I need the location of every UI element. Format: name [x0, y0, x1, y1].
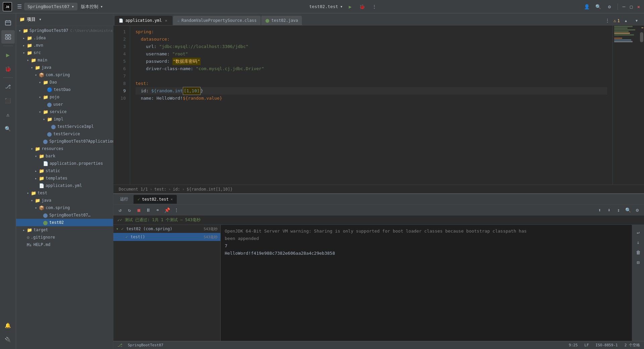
- tree-testserviceimpl[interactable]: ⬤ testServiceImpl: [16, 123, 113, 130]
- tree-test[interactable]: ▾ 📁 test: [16, 189, 113, 197]
- profile-button[interactable]: 👤: [582, 2, 591, 11]
- tree-app-yml[interactable]: 📄 application.yml: [16, 182, 113, 189]
- editor-up-button[interactable]: ▲: [621, 16, 631, 25]
- tree-pojo[interactable]: ▾ 📁 pojo: [16, 93, 113, 101]
- minimap: [612, 26, 639, 185]
- tree-mvn[interactable]: ▸ 📁 .mvn: [16, 42, 113, 49]
- close-button[interactable]: ✕: [636, 4, 641, 9]
- sidebar-icon-notifications[interactable]: 🔔: [1, 319, 15, 332]
- toolbar-rerun-failed-button[interactable]: ↻: [125, 206, 133, 214]
- tree-testservice[interactable]: ⬤ testService: [16, 130, 113, 138]
- status-indent[interactable]: 2 个空格: [623, 343, 641, 348]
- editor-down-button[interactable]: ▼: [632, 16, 641, 25]
- tree-dao[interactable]: ▾ 📁 Dao: [16, 79, 113, 86]
- tab-application-yml[interactable]: 📄 application.yml ✕: [115, 16, 172, 25]
- tree-com-spring[interactable]: ▾ 📦 com.spring: [16, 71, 113, 79]
- resources-label: resources: [42, 146, 63, 151]
- minimize-button[interactable]: ─: [621, 4, 627, 9]
- toolbar-down-tree-button[interactable]: ⬇: [605, 206, 613, 214]
- tree-user[interactable]: ⬤ user: [16, 101, 113, 108]
- toolbar-rerun-button[interactable]: ↺: [116, 206, 124, 214]
- breadcrumb-test[interactable]: test:: [154, 187, 166, 192]
- toolbar-settings-button[interactable]: ⚙: [633, 206, 641, 214]
- tree-app-properties[interactable]: 📄 application.properties: [16, 160, 113, 167]
- toolbar-coverage-button[interactable]: ☂: [154, 206, 162, 214]
- project-selector[interactable]: SpringBootTest07 ▾: [24, 3, 77, 10]
- tree-bark[interactable]: ▾ 📁 bark: [16, 152, 113, 160]
- breadcrumb-id[interactable]: id:: [173, 187, 180, 192]
- console-soft-wrap-btn[interactable]: ↵: [634, 228, 643, 237]
- toolbar-more-button[interactable]: ⋮: [172, 206, 180, 214]
- version-control-btn[interactable]: 版本控制 ▾: [77, 2, 106, 11]
- tab-application-yml-close[interactable]: ✕: [164, 18, 168, 23]
- sidebar-icon-debug[interactable]: 🐞: [1, 62, 15, 76]
- console-filter-btn[interactable]: ⊟: [634, 258, 643, 267]
- more-run-options-button[interactable]: ⋮: [370, 2, 379, 11]
- toolbar-expand-button[interactable]: ↕: [614, 206, 623, 214]
- tree-resources[interactable]: ▾ 📁 resources: [16, 145, 113, 152]
- editor-scrollbar[interactable]: ━: [639, 26, 644, 185]
- status-position[interactable]: 9:25: [568, 343, 579, 347]
- tree-target[interactable]: ▸ 📁 target: [16, 226, 113, 234]
- tree-test-java[interactable]: ▾ 📁 java: [16, 197, 113, 204]
- warning-count: 1: [617, 18, 620, 23]
- code-editor[interactable]: spring: datasource: url: "jdbc:mysql://l…: [130, 26, 612, 185]
- breadcrumb-expr[interactable]: ${random.int[1,10]}: [186, 187, 232, 192]
- tab-bar-more-button[interactable]: ⋮: [603, 16, 612, 25]
- toolbar-pause-button[interactable]: ⏸: [144, 206, 152, 214]
- test-result-item[interactable]: ✓ test() 543毫秒: [113, 233, 220, 241]
- settings-button[interactable]: ⚙: [605, 2, 614, 11]
- console-clear-btn[interactable]: 🗑: [634, 248, 643, 257]
- tree-springbootappt[interactable]: ⬤ SpringBootTest07ApplicationT: [16, 211, 113, 219]
- status-line-ending[interactable]: LF: [583, 343, 590, 347]
- toolbar-stop-button[interactable]: ■: [135, 206, 143, 214]
- dao-folder-icon: 📁: [43, 80, 48, 85]
- test-status-bar: ✓ ✓ 测试 已通过: 1共 1 个测试 – 543毫秒: [113, 215, 644, 225]
- tree-test02[interactable]: ⬤ test02: [16, 219, 113, 226]
- tree-service[interactable]: ▾ 📁 service: [16, 108, 113, 115]
- sidebar-icon-terminal[interactable]: ⬛: [1, 94, 15, 107]
- sidebar-icon-plugins[interactable]: 🔌: [1, 333, 15, 346]
- debug-button[interactable]: 🐞: [358, 2, 367, 11]
- tree-src[interactable]: ▾ 📁 src: [16, 49, 113, 56]
- branch-icon[interactable]: ⎇: [116, 343, 124, 348]
- console-scroll-end-btn[interactable]: ⇓: [634, 238, 643, 247]
- status-encoding[interactable]: ISO-8859-1: [594, 343, 619, 347]
- search-everywhere-button[interactable]: 🔍: [593, 2, 603, 11]
- test-result-root[interactable]: ▾ ✓ test02 (com.spring) 543毫秒: [113, 225, 220, 233]
- tree-gitignore[interactable]: ⚙ .gitignore: [16, 234, 113, 241]
- editor-scrollbar-thumb[interactable]: [640, 32, 643, 42]
- tree-test-com-spring[interactable]: ▾ 📦 com.spring: [16, 204, 113, 211]
- bottom-tab-run[interactable]: 运行: [116, 195, 132, 204]
- run-button[interactable]: ▶: [345, 2, 355, 11]
- code-line-6: driver-class-name: "com.mysql.cj.jdbc.Dr…: [136, 65, 607, 72]
- tree-static[interactable]: ▸ 📁 static: [16, 167, 113, 174]
- tab-class-icon: ☕: [177, 18, 179, 23]
- tree-main[interactable]: ▾ 📁 main: [16, 56, 113, 64]
- tree-help-md[interactable]: M↓ HELP.md: [16, 241, 113, 248]
- tree-root[interactable]: ▾ 📁 SpringBootTest07 C:\Users\Administra…: [16, 27, 113, 34]
- tree-testdao[interactable]: 🔵 testDao: [16, 86, 113, 93]
- toolbar-up-tree-button[interactable]: ⬆: [596, 206, 604, 214]
- tree-java[interactable]: ▾ 📁 java: [16, 64, 113, 71]
- toolbar-pin-button[interactable]: 📌: [163, 206, 171, 214]
- sidebar-icon-git[interactable]: ⎇: [1, 80, 15, 93]
- bottom-tab-test[interactable]: ✓ test02.test ✕: [133, 195, 177, 204]
- sidebar-icon-problems[interactable]: ⚠: [1, 108, 15, 121]
- sidebar-icon-search[interactable]: 🔍: [1, 122, 15, 136]
- separator: [618, 3, 618, 10]
- sidebar-icon-run[interactable]: ▶: [1, 48, 15, 61]
- tree-impl[interactable]: ▾ 📁 impl: [16, 115, 113, 123]
- hamburger-menu-icon[interactable]: ☰: [15, 2, 24, 11]
- bottom-tab-test-close[interactable]: ✕: [171, 197, 173, 201]
- sidebar-icon-project[interactable]: [1, 16, 15, 30]
- toolbar-filter-button[interactable]: 🔍: [624, 206, 632, 214]
- maximize-button[interactable]: ▢: [629, 4, 634, 9]
- tree-idea[interactable]: ▸ 📁 .idea: [16, 34, 113, 42]
- tree-templates[interactable]: ▸ 📁 templates: [16, 174, 113, 182]
- tab-test02-java[interactable]: ⬤ test02.java: [261, 16, 302, 25]
- sidebar-icon-file-tree[interactable]: [1, 30, 15, 44]
- tree-springbootapp[interactable]: ⬤ SpringBootTest07Application: [16, 138, 113, 145]
- tab-random-value[interactable]: ☕ RandomValuePropertySource.class: [173, 16, 261, 25]
- branch-name[interactable]: SpringBootTest07: [126, 343, 165, 347]
